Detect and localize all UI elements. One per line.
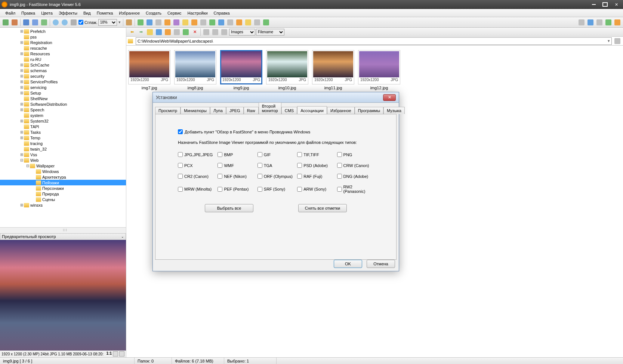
move-button[interactable]	[10, 18, 19, 27]
view-mode-button[interactable]	[604, 18, 613, 27]
tool-button[interactable]	[208, 18, 216, 27]
tree-node[interactable]: Web	[0, 157, 126, 163]
tree-node[interactable]: Resources	[0, 51, 126, 56]
tree-expander-icon[interactable]	[19, 102, 24, 106]
menu-избранное[interactable]: Избранное	[116, 10, 143, 16]
tab-8[interactable]: Избранное	[327, 107, 355, 114]
tree-node[interactable]: servicing	[0, 84, 126, 90]
tool-button[interactable]	[217, 18, 225, 27]
tree-node[interactable]: schemas	[0, 68, 126, 73]
tree-node[interactable]: Сцены	[0, 197, 126, 202]
thumbnail[interactable]: 1920x1200JPGimg10.jpg	[266, 50, 309, 90]
smooth-checkbox[interactable]: Сглаж.	[78, 20, 98, 25]
tool-button[interactable]	[145, 18, 154, 27]
tree-node[interactable]: Архитектура	[0, 174, 126, 180]
tree-expander-icon[interactable]	[19, 119, 24, 123]
filter-select[interactable]: Images	[229, 29, 255, 36]
tree-node[interactable]: tracing	[0, 141, 126, 146]
format-checkbox[interactable]: NEF (Nikon)	[218, 174, 254, 179]
trash-button[interactable]	[613, 37, 622, 45]
tree-node[interactable]: ShellNew	[0, 96, 126, 101]
tool-button[interactable]	[190, 18, 198, 27]
context-menu-checkbox[interactable]: Добавить пункт "Обзор в FastStone" в мен…	[178, 129, 374, 134]
tree-node[interactable]: SoftwareDistribution	[0, 101, 126, 107]
format-checkbox[interactable]: RAF (Fuji)	[297, 174, 334, 179]
favorite-button[interactable]	[173, 28, 181, 36]
tab-10[interactable]: Музыка	[383, 107, 405, 114]
tree-node[interactable]: Пейзажи	[0, 180, 126, 185]
rotate-button[interactable]	[125, 18, 133, 27]
tree-node[interactable]: Speech	[0, 107, 126, 112]
view-list-button[interactable]	[211, 28, 219, 36]
print-button[interactable]	[253, 18, 261, 27]
menu-настройки[interactable]: Настройки	[185, 10, 211, 16]
tab-5[interactable]: Второй монитор	[259, 102, 281, 114]
tool-button[interactable]	[154, 18, 163, 27]
refresh-button[interactable]	[182, 28, 190, 36]
menu-правка[interactable]: Правка	[18, 10, 38, 16]
tree-node[interactable]: Tasks	[0, 129, 126, 135]
tab-1[interactable]: Миниатюры	[181, 107, 210, 114]
tree-expander-icon[interactable]	[19, 152, 24, 157]
tab-4[interactable]: Raw	[244, 107, 259, 114]
thumbnail[interactable]: 1920x1200JPGimg8.jpg	[174, 50, 217, 90]
tab-2[interactable]: Лупа	[210, 107, 226, 114]
tab-7[interactable]: Ассоциации	[297, 106, 327, 114]
tree-expander-icon[interactable]	[19, 91, 24, 95]
format-checkbox[interactable]: PCX	[178, 163, 215, 168]
format-checkbox[interactable]: SRF (Sony)	[257, 185, 294, 194]
tab-0[interactable]: Просмотр	[155, 107, 181, 114]
tool-button[interactable]	[226, 18, 234, 27]
save-button[interactable]	[22, 18, 30, 27]
address-bar[interactable]: C:\Windows\Web\Wallpaper\Landscapes\	[136, 37, 612, 45]
preview-tool-icon[interactable]	[119, 351, 124, 357]
tool-button[interactable]	[262, 18, 270, 27]
tree-node[interactable]: Registration	[0, 40, 126, 45]
fit-button[interactable]	[70, 18, 78, 27]
tree-node[interactable]: Персонажи	[0, 185, 126, 191]
format-checkbox[interactable]: WMF	[218, 163, 254, 168]
select-all-button[interactable]: Выбрать все	[205, 204, 253, 212]
tree-node[interactable]: SchCache	[0, 62, 126, 68]
tree-expander-icon[interactable]	[19, 63, 24, 67]
dialog-titlebar[interactable]: Установки ✕	[153, 92, 399, 103]
thumbnail[interactable]: 1920x1200JPGimg9.jpg	[220, 50, 263, 90]
tree-scrollbar[interactable]	[0, 227, 126, 233]
tree-expander-icon[interactable]	[19, 158, 24, 162]
tree-expander-icon[interactable]	[19, 108, 24, 112]
menu-пометка[interactable]: Пометка	[94, 10, 116, 16]
tree-node[interactable]: Prefetch	[0, 28, 126, 34]
tree-expander-icon[interactable]	[19, 52, 24, 56]
folder-tree[interactable]: PrefetchpssRegistrationrescacheResources…	[0, 28, 126, 227]
tree-node[interactable]: security	[0, 73, 126, 79]
format-checkbox[interactable]: TIF,TIFF	[297, 152, 334, 157]
view-mode-button[interactable]	[595, 18, 604, 27]
format-checkbox[interactable]: DNG (Adobe)	[337, 174, 374, 179]
dialog-close-button[interactable]: ✕	[383, 94, 396, 101]
format-checkbox[interactable]: MRW (Minolta)	[178, 185, 215, 194]
tree-expander-icon[interactable]	[19, 29, 24, 33]
format-checkbox[interactable]: PEF (Pentax)	[218, 185, 254, 194]
format-checkbox[interactable]: CR2 (Canon)	[178, 174, 215, 179]
format-checkbox[interactable]: BMP	[218, 152, 254, 157]
view-mode-button[interactable]	[577, 18, 586, 27]
tree-node[interactable]: ServiceProfiles	[0, 79, 126, 84]
chevron-down-icon[interactable]: ⌄	[121, 235, 124, 238]
format-checkbox[interactable]: JPG,JPE,JPEG	[178, 152, 215, 157]
tab-9[interactable]: Программы	[355, 107, 383, 114]
zoomin-button[interactable]	[52, 18, 60, 27]
tree-node[interactable]: Wallpaper	[0, 163, 126, 169]
thumbnail[interactable]: 1920x1200JPGimg12.jpg	[358, 50, 401, 90]
tool-button[interactable]	[136, 18, 145, 27]
preview-tool-icon[interactable]	[113, 351, 118, 357]
menu-вид[interactable]: Вид	[80, 10, 94, 16]
tool-button[interactable]	[244, 18, 252, 27]
tool-button[interactable]	[163, 18, 172, 27]
view-details-button[interactable]	[220, 28, 228, 36]
maximize-button[interactable]	[600, 1, 610, 8]
tree-node[interactable]: system	[0, 112, 126, 118]
minimize-button[interactable]	[589, 1, 599, 8]
format-checkbox[interactable]: TGA	[257, 163, 294, 168]
copy-button[interactable]	[1, 18, 10, 27]
sort-select[interactable]: Filename	[256, 29, 284, 36]
